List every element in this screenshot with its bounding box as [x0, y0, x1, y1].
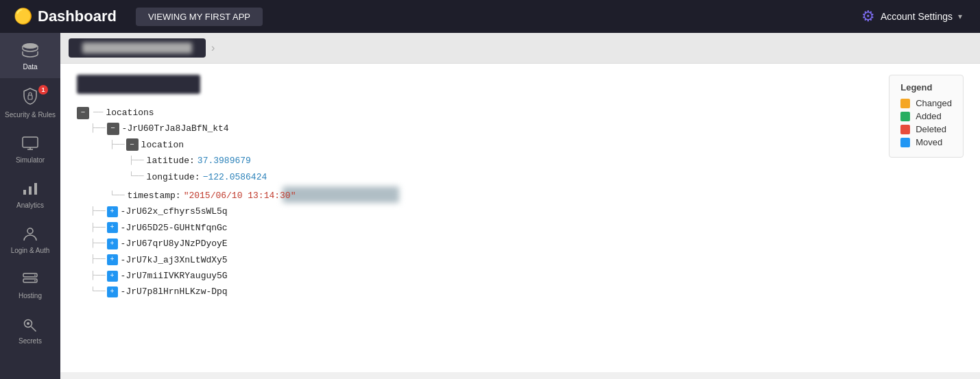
connector-3b: └—— — [129, 169, 144, 184]
expand-c2-toggle[interactable]: + — [107, 222, 118, 233]
blurred-path — [82, 42, 192, 53]
tree-row-child5: ├—— + -JrU7miiIVKRYauguy5G — [77, 268, 964, 284]
tree-key-child5: -JrU7miiIVKRYauguy5G — [121, 268, 228, 284]
svg-point-0 — [23, 43, 38, 49]
tree-key-timestamp: timestamp: — [128, 188, 181, 204]
tree-key-child4: -JrU7kJ_aj3XnLtWdXy5 — [121, 252, 228, 268]
collapse-locations-toggle[interactable]: − — [77, 107, 89, 119]
svg-rect-1 — [28, 95, 32, 99]
tree-key-child1: -JrU62x_cfhyrs5sWL5q — [121, 204, 228, 219]
expand-c3-toggle[interactable]: + — [107, 239, 118, 249]
sidebar-label-secrets: Secrets — [19, 337, 42, 345]
sidebar-item-data[interactable]: Data — [0, 33, 60, 78]
collapse-location-toggle[interactable]: − — [126, 138, 139, 151]
analytics-icon — [21, 181, 39, 199]
svg-rect-3 — [23, 190, 26, 195]
topbar-right: ⚙ Account Settings ▾ — [854, 3, 969, 29]
security-badge: 1 — [38, 85, 48, 95]
topbar: 🟡 Dashboard VIEWING MY FIRST APP ⚙ Accou… — [0, 0, 980, 33]
tree-key-child6: -JrU7p8lHrnHLKzw-Dpq — [121, 284, 228, 299]
dashboard-title: Dashboard — [38, 8, 117, 25]
sidebar-item-security[interactable]: 1 Security & Rules — [0, 78, 60, 126]
sidebar: Data 1 Security & Rules Simulator — [0, 33, 60, 379]
tree-key-location: location — [141, 137, 184, 153]
sidebar-label-data: Data — [23, 63, 37, 71]
svg-rect-2 — [23, 137, 38, 147]
tree-row-child3: ├—— + -JrU67qrU8yJNzPDyoyE — [77, 236, 964, 252]
connector-c4: ├—— — [91, 252, 106, 267]
legend-title: Legend — [900, 82, 952, 93]
svg-point-10 — [34, 280, 36, 282]
svg-point-9 — [34, 275, 36, 276]
tree-key-longitude: longitude: — [147, 169, 200, 185]
app-name-label[interactable]: VIEWING MY FIRST APP — [136, 8, 263, 26]
connector-c3: ├—— — [91, 236, 106, 252]
expand-c5-toggle[interactable]: + — [107, 271, 118, 282]
tree-row-longitude: └—— longitude: −122.0586424 — [77, 169, 964, 185]
tree-key-child3: -JrU67qrU8yJNzPDyoyE — [121, 236, 228, 252]
tree-key-latitude: latitude: — [147, 153, 195, 169]
tab-arrow-icon: › — [211, 42, 215, 54]
account-settings-label: Account Settings — [881, 11, 953, 22]
data-panel: Legend Changed Added Deleted Moved — [60, 64, 980, 372]
svg-rect-4 — [29, 186, 32, 195]
breadcrumb-tab[interactable] — [69, 38, 206, 58]
connector-c2: ├—— — [91, 221, 106, 236]
dashboard-logo[interactable]: 🟡 Dashboard — [0, 8, 130, 25]
data-icon — [21, 42, 40, 60]
svg-point-12 — [27, 322, 29, 325]
tree-root-row: − —— locations — [77, 105, 964, 121]
sidebar-item-analytics[interactable]: Analytics — [0, 171, 60, 217]
connector-c5: ├—— — [91, 269, 106, 284]
tree-key-kt4: -JrU60TrJa8JaBfN_kt4 — [122, 121, 229, 136]
tree-row-kt4: ├—— − -JrU60TrJa8JaBfN_kt4 — [77, 121, 964, 136]
expand-c6-toggle[interactable]: + — [107, 286, 118, 297]
account-icon: ⚙ — [861, 8, 875, 25]
tree-value-latitude: 37.3989679 — [198, 153, 251, 169]
tree-key-child2: -JrU65D25-GUHtNfqnGc — [121, 220, 228, 236]
sidebar-item-secrets[interactable]: Secrets — [0, 307, 60, 352]
tree-view: − —— locations ├—— − -JrU60TrJa8JaBfN_kt… — [77, 105, 964, 300]
sidebar-item-hosting[interactable]: Hosting — [0, 262, 60, 307]
logo-icon: 🟡 — [14, 8, 32, 25]
connector-1: ├—— — [91, 121, 106, 136]
tree-row-child4: ├—— + -JrU7kJ_aj3XnLtWdXy5 — [77, 252, 964, 268]
tree-row-latitude: ├—— latitude: 37.3989679 — [77, 153, 964, 169]
tree-root-key: locations — [106, 105, 154, 121]
filter-bar[interactable] — [77, 75, 200, 94]
expand-c1-toggle[interactable]: + — [107, 206, 118, 217]
sidebar-label-simulator: Simulator — [16, 156, 45, 164]
tree-row-child2: ├—— + -JrU65D25-GUHtNfqnGc — [77, 220, 964, 236]
sidebar-item-simulator[interactable]: Simulator — [0, 126, 60, 171]
sidebar-label-hosting: Hosting — [19, 292, 42, 300]
tree-row-child1: ├—— + -JrU62x_cfhyrs5sWL5q — [77, 204, 964, 219]
login-auth-icon — [21, 226, 39, 244]
dropdown-arrow-icon: ▾ — [958, 12, 962, 21]
tree-row-location: ├—— − location — [77, 137, 964, 153]
svg-rect-5 — [34, 183, 37, 195]
collapse-kt4-toggle[interactable]: − — [107, 123, 119, 135]
sidebar-label-security: Security & Rules — [5, 111, 56, 119]
security-icon — [23, 88, 38, 108]
svg-point-6 — [27, 228, 33, 234]
connector-2: ├—— — [110, 138, 125, 153]
sidebar-label-login-auth: Login & Auth — [11, 247, 50, 255]
hosting-icon — [21, 271, 39, 289]
tab-bar: › — [60, 33, 980, 64]
connector-c1: ├—— — [91, 204, 106, 219]
secrets-icon — [21, 317, 39, 334]
root-connector: —— — [93, 106, 103, 121]
connector-c6: └—— — [91, 284, 106, 299]
expand-c4-toggle[interactable]: + — [107, 254, 118, 265]
tree-row-timestamp: └—— timestamp: "2015/06/10 13:14:30" — [77, 188, 964, 204]
simulator-icon — [21, 136, 39, 154]
sidebar-item-login-auth[interactable]: Login & Auth — [0, 217, 60, 262]
sidebar-label-analytics: Analytics — [16, 201, 44, 210]
connector-ts: └—— — [110, 188, 125, 204]
tree-value-timestamp: "2015/06/10 13:14:30" — [184, 188, 296, 204]
tree-row-child6: └—— + -JrU7p8lHrnHLKzw-Dpq — [77, 284, 964, 299]
tree-value-longitude: −122.0586424 — [203, 169, 267, 185]
account-settings-button[interactable]: ⚙ Account Settings ▾ — [854, 3, 969, 29]
connector-3a: ├—— — [129, 154, 144, 169]
